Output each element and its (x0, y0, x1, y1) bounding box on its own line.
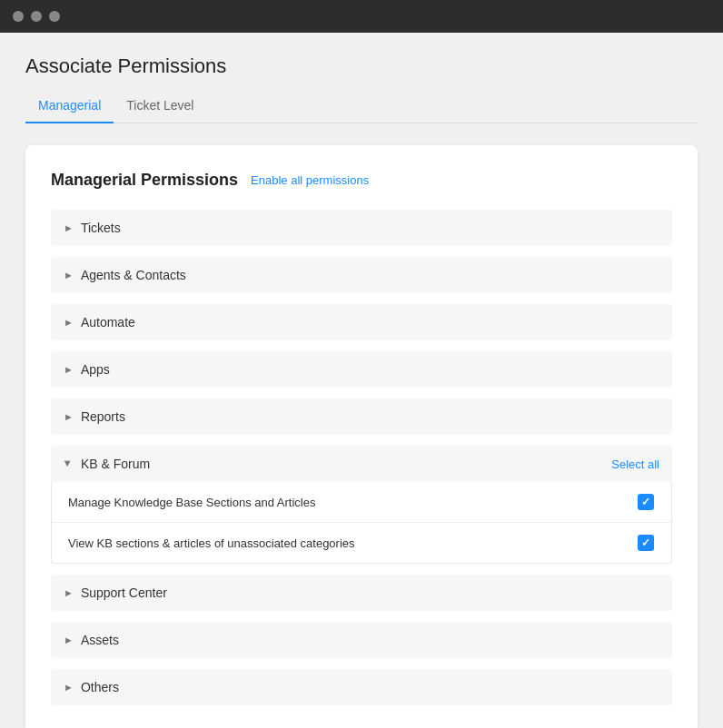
tabs-bar: Managerial Ticket Level (25, 91, 698, 123)
section-label-assets: Assets (81, 633, 659, 647)
permission-label-view-kb: View KB sections & articles of unassocia… (68, 536, 637, 550)
kb-forum-content: Manage Knowledge Base Sections and Artic… (51, 482, 672, 564)
chevron-icon-tickets: ► (64, 222, 74, 233)
section-label-apps: Apps (81, 362, 659, 377)
chevron-icon-agents: ► (64, 270, 74, 280)
card-title: Managerial Permissions (51, 171, 238, 190)
checkmark-manage-kb: ✓ (641, 497, 650, 507)
chevron-icon-support: ► (64, 587, 74, 598)
tab-managerial[interactable]: Managerial (25, 91, 114, 123)
section-label-tickets: Tickets (81, 221, 659, 235)
enable-all-link[interactable]: Enable all permissions (251, 173, 369, 187)
titlebar-dot-2 (31, 11, 42, 22)
checkbox-manage-kb[interactable]: ✓ (638, 494, 654, 510)
section-label-others: Others (81, 680, 659, 694)
app-container: Associate Permissions Managerial Ticket … (0, 33, 723, 728)
card-header: Managerial Permissions Enable all permis… (51, 171, 672, 190)
chevron-icon-kb: ► (63, 459, 74, 469)
page-title: Associate Permissions (25, 54, 698, 78)
titlebar (0, 0, 723, 33)
section-label-agents: Agents & Contacts (81, 268, 659, 282)
checkbox-wrapper-manage-kb: ✓ (637, 493, 655, 511)
checkbox-view-kb[interactable]: ✓ (638, 535, 654, 551)
chevron-icon-others: ► (64, 682, 74, 693)
permissions-card: Managerial Permissions Enable all permis… (25, 145, 698, 728)
chevron-icon-assets: ► (64, 635, 74, 645)
section-others[interactable]: ► Others (51, 669, 672, 705)
section-tickets[interactable]: ► Tickets (51, 210, 672, 246)
section-kb-forum[interactable]: ► KB & Forum Select all (51, 446, 672, 482)
section-agents-contacts[interactable]: ► Agents & Contacts (51, 257, 672, 293)
chevron-icon-apps: ► (64, 364, 74, 375)
section-apps[interactable]: ► Apps (51, 351, 672, 388)
permission-label-manage-kb: Manage Knowledge Base Sections and Artic… (68, 496, 637, 509)
section-label-reports: Reports (81, 409, 659, 424)
titlebar-dot-3 (49, 11, 60, 22)
section-label-automate: Automate (81, 315, 659, 330)
section-reports[interactable]: ► Reports (51, 398, 672, 435)
tab-ticket-level[interactable]: Ticket Level (114, 91, 206, 123)
chevron-icon-automate: ► (64, 317, 74, 328)
section-assets[interactable]: ► Assets (51, 622, 672, 658)
section-automate[interactable]: ► Automate (51, 304, 672, 340)
section-label-kb: KB & Forum (81, 457, 604, 471)
chevron-icon-reports: ► (64, 411, 74, 422)
select-all-link-kb[interactable]: Select all (611, 457, 659, 471)
checkmark-view-kb: ✓ (641, 537, 650, 548)
section-support-center[interactable]: ► Support Center (51, 575, 672, 611)
titlebar-dot-1 (13, 11, 24, 22)
section-label-support: Support Center (81, 585, 659, 600)
permission-manage-kb: Manage Knowledge Base Sections and Artic… (52, 482, 671, 523)
checkbox-wrapper-view-kb: ✓ (637, 534, 655, 552)
permission-view-kb: View KB sections & articles of unassocia… (52, 523, 671, 563)
